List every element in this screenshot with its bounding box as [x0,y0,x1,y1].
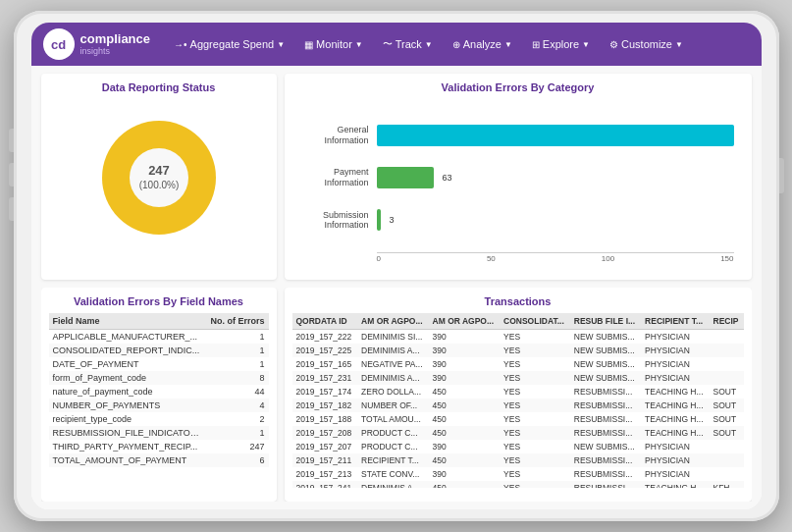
trans-c4: NEW SUBMIS... [570,344,641,357]
nav-monitor[interactable]: ▦ Monitor ▼ [296,34,371,54]
field-name: THIRD_PARTY_PAYMENT_RECIP... [49,440,207,453]
aggregate-spend-arrow: ▼ [277,40,285,49]
nav-analyze[interactable]: ⊕ Analyze ▼ [445,34,520,54]
nav-explore[interactable]: ⊞ Explore ▼ [524,34,598,54]
table-row: 2019_157_222 DEMINIMIS SI... 390 YES NEW… [292,330,744,345]
trans-c4: RESUBMISSI... [570,467,641,481]
field-name: nature_of_payment_code [49,385,207,399]
x-label-0: 0 [377,254,381,263]
trans-id: 2019_157_213 [292,467,358,481]
transactions-table-container: QORDATA ID AM OR AGPO... AM OR AGPO... C… [292,313,744,488]
trans-c5: TEACHING H... [641,412,709,426]
trans-id: 2019_157_211 [292,453,358,467]
tablet-button-mute[interactable] [9,197,14,221]
trans-c2: 450 [429,481,500,488]
error-count: 1 [206,344,268,357]
trans-c4: RESUBMISSI... [570,453,641,467]
trans-c3: YES [500,399,570,412]
error-count: 1 [206,330,268,345]
table-row: 2019_157_207 PRODUCT C... 390 YES NEW SU… [292,440,744,453]
trans-c4: NEW SUBMIS... [570,357,641,371]
bars-container: 63 3 0 [377,114,734,241]
nav-aggregate-spend[interactable]: →• Aggregate Spend ▼ [166,34,292,54]
data-reporting-status-panel: Data Reporting Status 247 (100.0%) [41,74,277,280]
bar-row-general [377,125,734,146]
error-count: 247 [206,440,268,453]
tablet-button-vol-up[interactable] [9,129,14,152]
error-count: 4 [206,399,268,412]
trans-c5: PHYSICIAN [641,371,709,385]
nav-bar: →• Aggregate Spend ▼ ▦ Monitor ▼ 〜 Track… [166,33,749,55]
field-name: CONSOLIDATED_REPORT_INDIC... [49,344,207,357]
trans-c4: RESUBMISSI... [570,481,641,488]
trans-c2: 390 [429,467,500,481]
vef-tbody: APPLICABLE_MANUFACTURER_...1CONSOLIDATED… [49,330,269,468]
trans-c1: ZERO DOLLA... [357,385,429,399]
tablet-button-vol-down[interactable] [9,163,14,186]
trans-c4: NEW SUBMIS... [570,371,641,385]
table-row: 2019_157_231 DEMINIMIS A... 390 YES NEW … [292,371,744,385]
trans-id: 2019_157_174 [292,385,358,399]
bar-fill-general [377,125,734,146]
bar-label-general: GeneralInformation [302,125,369,146]
trans-c3: YES [500,385,570,399]
tablet-button-power[interactable] [779,158,784,193]
field-name: TOTAL_AMOUNT_OF_PAYMENT [49,453,207,467]
trans-col-c5: RECIPIENT T... [641,313,709,330]
pie-chart-container: 247 (100.0%) [49,99,269,256]
customize-icon: ⚙ [609,39,618,50]
trans-c4: RESUBMISSI... [570,385,641,399]
trans-c2: 450 [429,399,500,412]
trans-id: 2019_157_182 [292,399,358,412]
table-row: 2019_157_174 ZERO DOLLA... 450 YES RESUB… [292,385,744,399]
vec-title: Validation Errors By Category [292,81,744,93]
screen: cd compliance insights →• Aggregate Spen… [31,23,762,509]
monitor-arrow: ▼ [355,40,363,49]
trans-c5: PHYSICIAN [641,344,709,357]
trans-c4: RESUBMISSI... [570,412,641,426]
trans-col-c3: CONSOLIDAT... [500,313,570,330]
validation-errors-category-panel: Validation Errors By Category GeneralInf… [285,74,752,280]
field-name: APPLICABLE_MANUFACTURER_... [49,330,207,345]
trans-c6 [710,467,744,481]
bar-label-payment: PaymentInformation [302,167,369,188]
x-axis-labels: 0 50 100 150 [377,254,734,263]
nav-track[interactable]: 〜 Track ▼ [375,33,441,55]
table-row: 2019_157_211 RECIPIENT T... 450 YES RESU… [292,453,744,467]
table-row: CONSOLIDATED_REPORT_INDIC...1 [49,344,269,357]
bar-labels: GeneralInformation PaymentInformation Su… [302,114,369,241]
field-name: DATE_OF_PAYMENT [49,357,207,371]
trans-c1: STATE CONV... [357,467,429,481]
trans-c3: YES [500,453,570,467]
trans-c6: SOUT [710,385,744,399]
trans-c3: YES [500,440,570,453]
trans-id: 2019_157_225 [292,344,358,357]
trans-c4: NEW SUBMIS... [570,330,641,345]
trans-c5: PHYSICIAN [641,453,709,467]
field-name: form_of_Payment_code [49,371,207,385]
trans-c2: 390 [429,371,500,385]
trans-col-c2: AM OR AGPO... [429,313,500,330]
trans-c2: 450 [429,412,500,426]
table-row: NUMBER_OF_PAYMENTS4 [49,399,269,412]
nav-customize[interactable]: ⚙ Customize ▼ [602,34,691,54]
table-row: form_of_Payment_code8 [49,371,269,385]
x-axis-line [377,252,734,253]
trans-c5: PHYSICIAN [641,357,709,371]
error-count: 1 [206,426,268,440]
bar-chart-area: GeneralInformation PaymentInformation Su… [292,99,744,251]
vef-table-container: Field Name No. of Errors APPLICABLE_MANU… [49,313,269,488]
trans-c6 [710,344,744,357]
table-row: nature_of_payment_code44 [49,385,269,399]
table-row: 2019_157_165 NEGATIVE PA... 390 YES NEW … [292,357,744,371]
aggregate-spend-icon: →• [174,39,187,50]
tablet-frame: cd compliance insights →• Aggregate Spen… [14,11,779,521]
transactions-title: Transactions [292,295,744,307]
vef-table: Field Name No. of Errors APPLICABLE_MANU… [49,313,269,467]
trans-c1: DEMINIMIS A... [357,371,429,385]
pie-label-value: 247 [148,163,170,178]
trans-c6 [710,357,744,371]
field-name: RESUBMISSION_FILE_INDICATOR... [49,426,207,440]
app-subname: insights [80,46,151,56]
bar-value-submission: 3 [389,215,394,225]
